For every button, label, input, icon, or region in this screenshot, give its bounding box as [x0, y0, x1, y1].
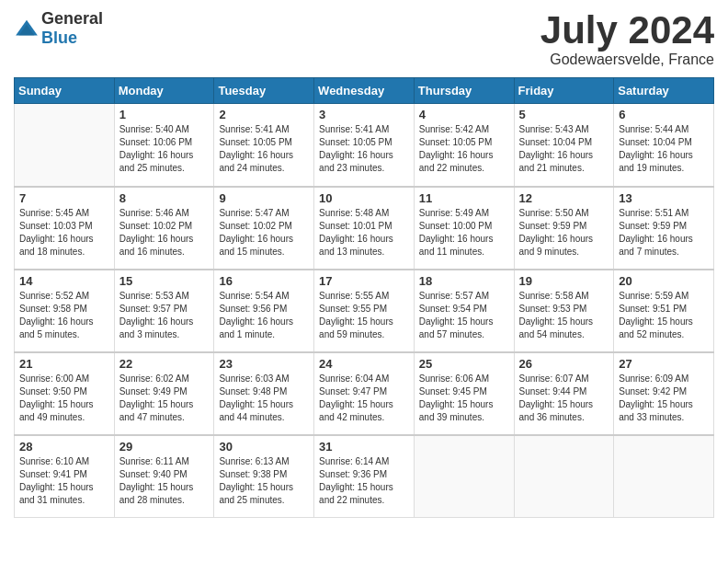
calendar-cell: 25Sunrise: 6:06 AMSunset: 9:45 PMDayligh…: [414, 352, 514, 435]
day-number: 21: [19, 357, 109, 371]
day-number: 22: [119, 357, 210, 371]
calendar-cell: 29Sunrise: 6:11 AMSunset: 9:40 PMDayligh…: [114, 435, 214, 518]
day-number: 4: [419, 108, 509, 121]
day-number: 20: [619, 274, 709, 288]
calendar-cell: 10Sunrise: 5:48 AMSunset: 10:01 PMDaylig…: [314, 187, 415, 270]
calendar-cell: [15, 104, 115, 187]
calendar-cell: 28Sunrise: 6:10 AMSunset: 9:41 PMDayligh…: [15, 435, 115, 518]
calendar-cell: 19Sunrise: 5:58 AMSunset: 9:53 PMDayligh…: [514, 270, 614, 352]
day-number: 23: [219, 357, 309, 371]
day-info: Sunrise: 5:53 AMSunset: 9:57 PMDaylight:…: [119, 290, 210, 341]
weekday-header-saturday: Saturday: [614, 78, 714, 104]
day-number: 24: [319, 357, 409, 371]
day-number: 14: [19, 274, 109, 288]
day-number: 13: [619, 191, 709, 205]
day-info: Sunrise: 6:07 AMSunset: 9:44 PMDaylight:…: [519, 373, 609, 424]
day-number: 7: [19, 191, 109, 205]
calendar-week-row: 28Sunrise: 6:10 AMSunset: 9:41 PMDayligh…: [15, 435, 714, 518]
weekday-header-sunday: Sunday: [15, 78, 115, 104]
calendar-cell: 8Sunrise: 5:46 AMSunset: 10:02 PMDayligh…: [114, 187, 214, 270]
calendar-cell: [514, 435, 614, 518]
day-number: 19: [519, 274, 609, 288]
weekday-header-thursday: Thursday: [414, 78, 514, 104]
calendar-cell: 17Sunrise: 5:55 AMSunset: 9:55 PMDayligh…: [314, 270, 415, 352]
logo-blue: Blue: [41, 29, 77, 47]
calendar-cell: 26Sunrise: 6:07 AMSunset: 9:44 PMDayligh…: [514, 352, 614, 435]
calendar-cell: 23Sunrise: 6:03 AMSunset: 9:48 PMDayligh…: [214, 352, 314, 435]
day-info: Sunrise: 6:02 AMSunset: 9:49 PMDaylight:…: [119, 373, 210, 424]
calendar-cell: 13Sunrise: 5:51 AMSunset: 9:59 PMDayligh…: [614, 187, 714, 270]
day-info: Sunrise: 5:54 AMSunset: 9:56 PMDaylight:…: [219, 290, 309, 341]
calendar-cell: 15Sunrise: 5:53 AMSunset: 9:57 PMDayligh…: [114, 270, 214, 352]
day-info: Sunrise: 5:49 AMSunset: 10:00 PMDaylight…: [419, 207, 509, 259]
calendar-cell: 21Sunrise: 6:00 AMSunset: 9:50 PMDayligh…: [15, 352, 115, 435]
day-info: Sunrise: 5:55 AMSunset: 9:55 PMDaylight:…: [319, 290, 409, 341]
calendar-cell: 20Sunrise: 5:59 AMSunset: 9:51 PMDayligh…: [614, 270, 714, 352]
location-title: Godewaersvelde, France: [540, 52, 714, 68]
calendar-cell: 1Sunrise: 5:40 AMSunset: 10:06 PMDayligh…: [114, 104, 214, 187]
day-info: Sunrise: 6:03 AMSunset: 9:48 PMDaylight:…: [219, 373, 309, 424]
calendar-cell: 14Sunrise: 5:52 AMSunset: 9:58 PMDayligh…: [15, 270, 115, 352]
day-number: 11: [419, 191, 509, 205]
day-info: Sunrise: 5:41 AMSunset: 10:05 PMDaylight…: [219, 123, 309, 175]
day-number: 31: [319, 440, 409, 454]
weekday-header-friday: Friday: [514, 78, 614, 104]
weekday-header-row: SundayMondayTuesdayWednesdayThursdayFrid…: [15, 78, 714, 104]
calendar-cell: 12Sunrise: 5:50 AMSunset: 9:59 PMDayligh…: [514, 187, 614, 270]
day-info: Sunrise: 5:44 AMSunset: 10:04 PMDaylight…: [619, 123, 709, 175]
calendar-cell: [614, 435, 714, 518]
calendar-cell: [414, 435, 514, 518]
day-info: Sunrise: 5:59 AMSunset: 9:51 PMDaylight:…: [619, 290, 709, 341]
calendar-cell: 31Sunrise: 6:14 AMSunset: 9:36 PMDayligh…: [314, 435, 415, 518]
day-number: 25: [419, 357, 509, 371]
day-number: 18: [419, 274, 509, 288]
day-info: Sunrise: 6:09 AMSunset: 9:42 PMDaylight:…: [619, 373, 709, 424]
day-number: 10: [319, 191, 409, 205]
day-info: Sunrise: 6:10 AMSunset: 9:41 PMDaylight:…: [19, 455, 109, 507]
title-area: July 2024 Godewaersvelde, France: [540, 9, 714, 68]
day-info: Sunrise: 5:52 AMSunset: 9:58 PMDaylight:…: [19, 290, 109, 341]
logo-general: General: [41, 9, 103, 28]
day-number: 5: [519, 108, 609, 121]
day-number: 30: [219, 440, 309, 454]
day-info: Sunrise: 6:04 AMSunset: 9:47 PMDaylight:…: [319, 373, 409, 424]
calendar-cell: 24Sunrise: 6:04 AMSunset: 9:47 PMDayligh…: [314, 352, 415, 435]
day-info: Sunrise: 5:42 AMSunset: 10:05 PMDaylight…: [419, 123, 509, 175]
calendar-table: SundayMondayTuesdayWednesdayThursdayFrid…: [14, 77, 714, 518]
day-info: Sunrise: 5:47 AMSunset: 10:02 PMDaylight…: [219, 207, 309, 259]
day-info: Sunrise: 6:06 AMSunset: 9:45 PMDaylight:…: [419, 373, 509, 424]
calendar-cell: 7Sunrise: 5:45 AMSunset: 10:03 PMDayligh…: [15, 187, 115, 270]
day-number: 12: [519, 191, 609, 205]
day-number: 3: [319, 108, 409, 121]
day-info: Sunrise: 5:40 AMSunset: 10:06 PMDaylight…: [119, 123, 210, 175]
day-info: Sunrise: 5:48 AMSunset: 10:01 PMDaylight…: [319, 207, 409, 259]
day-number: 8: [119, 191, 210, 205]
day-info: Sunrise: 5:43 AMSunset: 10:04 PMDaylight…: [519, 123, 609, 175]
weekday-header-tuesday: Tuesday: [214, 78, 314, 104]
calendar-cell: 2Sunrise: 5:41 AMSunset: 10:05 PMDayligh…: [214, 104, 314, 187]
day-number: 26: [519, 357, 609, 371]
calendar-cell: 11Sunrise: 5:49 AMSunset: 10:00 PMDaylig…: [414, 187, 514, 270]
day-info: Sunrise: 5:58 AMSunset: 9:53 PMDaylight:…: [519, 290, 609, 341]
weekday-header-monday: Monday: [114, 78, 214, 104]
calendar-week-row: 1Sunrise: 5:40 AMSunset: 10:06 PMDayligh…: [15, 104, 714, 187]
day-info: Sunrise: 6:11 AMSunset: 9:40 PMDaylight:…: [119, 455, 210, 507]
calendar-cell: 6Sunrise: 5:44 AMSunset: 10:04 PMDayligh…: [614, 104, 714, 187]
calendar-cell: 27Sunrise: 6:09 AMSunset: 9:42 PMDayligh…: [614, 352, 714, 435]
day-number: 17: [319, 274, 409, 288]
day-number: 29: [119, 440, 210, 454]
day-info: Sunrise: 6:00 AMSunset: 9:50 PMDaylight:…: [19, 373, 109, 424]
day-number: 27: [619, 357, 709, 371]
calendar-cell: 16Sunrise: 5:54 AMSunset: 9:56 PMDayligh…: [214, 270, 314, 352]
day-info: Sunrise: 5:57 AMSunset: 9:54 PMDaylight:…: [419, 290, 509, 341]
day-info: Sunrise: 5:50 AMSunset: 9:59 PMDaylight:…: [519, 207, 609, 259]
calendar-week-row: 21Sunrise: 6:00 AMSunset: 9:50 PMDayligh…: [15, 352, 714, 435]
day-info: Sunrise: 5:45 AMSunset: 10:03 PMDaylight…: [19, 207, 109, 259]
day-number: 16: [219, 274, 309, 288]
month-title: July 2024: [540, 9, 714, 52]
day-info: Sunrise: 5:46 AMSunset: 10:02 PMDaylight…: [119, 207, 210, 259]
weekday-header-wednesday: Wednesday: [314, 78, 415, 104]
day-number: 1: [119, 108, 210, 121]
calendar-cell: 22Sunrise: 6:02 AMSunset: 9:49 PMDayligh…: [114, 352, 214, 435]
day-info: Sunrise: 5:51 AMSunset: 9:59 PMDaylight:…: [619, 207, 709, 259]
